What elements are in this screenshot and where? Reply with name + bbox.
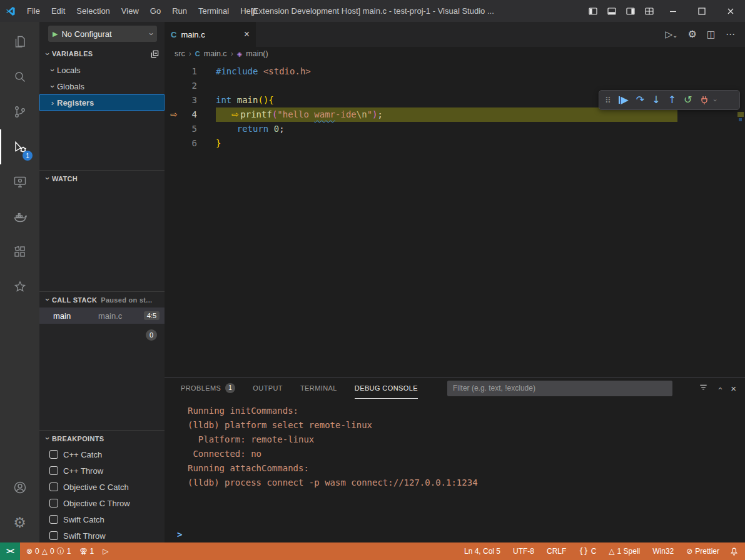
close-button[interactable] [716,0,745,22]
step-into-button[interactable]: ↓ [652,95,660,105]
close-panel-icon[interactable]: × [731,383,736,394]
breakpoint-swift-catch[interactable]: Swift Catch [39,511,165,528]
breakpoint-gutter[interactable] [165,122,183,136]
status-ln-4-col-5[interactable]: Ln 4, Col 5 [460,547,504,556]
code-line-5[interactable]: 5 return 0; [165,122,745,136]
session-count-badge: 0 [146,329,157,341]
menu-run[interactable]: Run [166,0,193,22]
watch-section-header[interactable]: › WATCH [39,170,165,186]
activity-settings-icon[interactable]: ⚙ [0,505,39,540]
debug-config-dropdown[interactable]: ▶ No Configurat › [48,26,157,42]
status-win32[interactable]: Win32 [649,547,677,556]
toggle-panel-icon[interactable] [602,0,621,22]
breakpoint-c-catch[interactable]: C++ Catch [39,446,165,462]
chevron-icon: › [43,296,53,304]
problems-status[interactable]: ⊗0△0ⓘ1 [23,546,74,557]
activity-remote-explorer-icon[interactable] [0,164,39,199]
split-editor-icon[interactable]: ◫ [707,29,716,40]
breadcrumb-item-src[interactable]: src [175,49,185,58]
collapse-all-icon[interactable] [150,49,160,59]
chevron-down-icon[interactable]: › [708,98,722,102]
call-stack-section-header[interactable]: › CALL STACK Paused on st... [39,291,165,308]
minimize-button[interactable] [659,0,687,22]
restart-button[interactable]: ↺ [684,95,692,105]
maximize-panel-icon[interactable]: › [715,387,724,389]
status-utf-8[interactable]: UTF-8 [509,547,538,556]
status-prettier[interactable]: ⊘Prettier [682,547,723,556]
chevron-down-icon: › [146,32,156,35]
variables-section-header[interactable]: › VARIABLES [39,46,165,62]
code-line-6[interactable]: 6} [165,136,745,151]
run-file-button[interactable]: ▷⌄ [666,29,678,40]
remote-indicator[interactable]: >< [0,542,20,560]
variables-item-registers[interactable]: ›Registers [39,94,165,111]
breakpoint-checkbox[interactable] [49,450,58,459]
status-c[interactable]: {}C [575,547,600,556]
activity-search-icon[interactable] [0,59,39,94]
activity-favorites-icon[interactable] [0,269,39,304]
breakpoint-gutter[interactable] [165,64,183,79]
breakpoint-objective-c-catch[interactable]: Objective C Catch [39,479,165,495]
activity-explorer-icon[interactable] [0,24,39,59]
start-debugging-icon[interactable]: ▶ [53,30,58,38]
current-line-arrow-icon[interactable]: ⇨ [165,108,183,122]
debug-status-icon[interactable]: ▷ [99,547,112,556]
menu-selection[interactable]: Selection [71,0,115,22]
activity-source-control-icon[interactable] [0,94,39,129]
breadcrumb-item-main-c[interactable]: main.c [204,49,227,58]
maximize-button[interactable] [687,0,716,22]
variables-item-globals[interactable]: ›Globals [39,78,165,94]
variables-item-locals[interactable]: ›Locals [39,62,165,78]
more-actions-icon[interactable]: ⋯ [726,29,735,40]
settings-gear-icon[interactable]: ⚙ [687,29,696,39]
breakpoint-checkbox[interactable] [49,482,58,491]
breakpoint-swift-throw[interactable]: Swift Throw [39,528,165,542]
breakpoints-section-header[interactable]: › BREAKPOINTS [39,430,165,446]
code-line-1[interactable]: 1#include <stdio.h> [165,64,745,79]
breakpoint-checkbox[interactable] [49,515,58,524]
status-crlf[interactable]: CRLF [543,547,570,556]
breakpoint-checkbox[interactable] [49,531,58,540]
breakpoint-gutter[interactable] [165,79,183,93]
menu-view[interactable]: View [116,0,144,22]
activity-docker-icon[interactable] [0,199,39,234]
notifications-bell-icon[interactable] [727,547,745,556]
breadcrumb-item-main[interactable]: main() [246,49,268,58]
stack-frame-row[interactable]: main main.c 4:5 [39,308,165,324]
activity-accounts-icon[interactable] [0,470,39,505]
console-filter-input[interactable] [447,381,672,396]
toggle-sidebar-icon[interactable] [584,0,602,22]
breakpoint-c-throw[interactable]: C++ Throw [39,462,165,479]
breakpoint-objective-c-throw[interactable]: Objective C Throw [39,495,165,511]
tools-status[interactable]: ⚢ 1 [76,547,98,556]
toggle-secondary-sidebar-icon[interactable] [621,0,640,22]
panel-tab-terminal[interactable]: TERMINAL [300,378,337,399]
activity-run-and-debug-icon[interactable]: 1 [0,129,39,164]
menu-file[interactable]: File [21,0,46,22]
panel-tab-debug-console[interactable]: DEBUG CONSOLE [355,378,418,399]
continue-button[interactable]: ▶ [619,95,629,105]
drag-handle-icon[interactable]: ⠿ [605,93,611,108]
breakpoint-gutter[interactable] [165,93,183,108]
status-1-spell[interactable]: △1 Spell [605,547,644,556]
activity-extensions-icon[interactable] [0,234,39,269]
debug-console-input[interactable]: > [165,526,745,542]
console-line: Connected: no [188,447,745,461]
code-editor[interactable]: 1#include <stdio.h>23int main(){⇨4 ⇨prin… [165,61,745,377]
tab-main-c[interactable]: C main.c × [165,22,256,47]
panel-tab-problems[interactable]: PROBLEMS1 [181,378,235,399]
step-over-button[interactable]: ↷ [636,95,644,105]
panel-tab-output[interactable]: OUTPUT [253,378,283,399]
filter-lines-icon[interactable] [699,382,708,394]
breakpoint-checkbox[interactable] [49,466,58,475]
breakpoint-checkbox[interactable] [49,499,58,508]
menu-edit[interactable]: Edit [46,0,71,22]
debug-console-output[interactable]: Running initCommands:(lldb) platform sel… [165,399,745,526]
breakpoint-gutter[interactable] [165,136,183,151]
problems-count-badge: 1 [225,383,235,393]
close-tab-icon[interactable]: × [244,29,250,39]
step-out-button[interactable]: ↑ [668,95,676,105]
menu-terminal[interactable]: Terminal [193,0,235,22]
menu-go[interactable]: Go [144,0,166,22]
customize-layout-icon[interactable] [640,0,659,22]
